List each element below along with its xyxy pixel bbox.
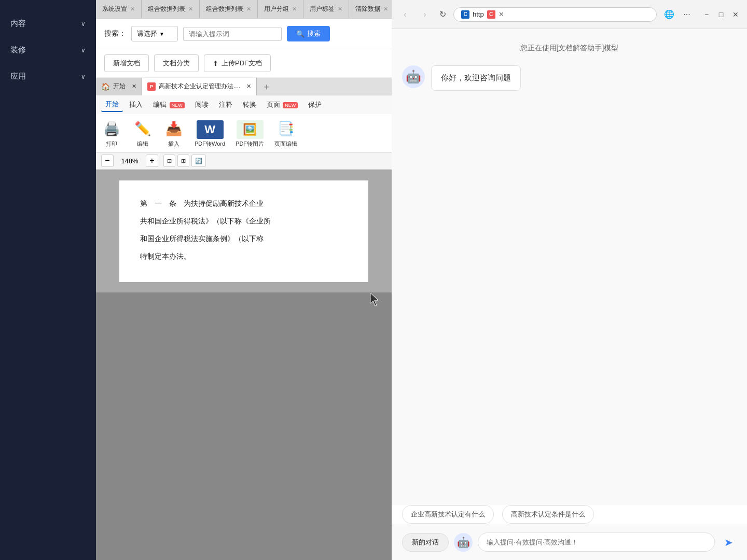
browser-url-text: http [473, 10, 484, 18]
ribbon-insert[interactable]: 📥 插入 [163, 118, 184, 148]
main-tabs-bar: 系统设置 ✕ 组合数据列表 ✕ 组合数据列表 ✕ 用户分组 ✕ 用户标签 ✕ 清… [96, 0, 392, 19]
upload-pdf-button[interactable]: ⬆ 上传PDF文档 [204, 54, 271, 72]
ribbon-pdf-to-word[interactable]: W PDF转Word [195, 120, 225, 148]
tab-close-icon[interactable]: ✕ [338, 6, 342, 12]
rotate-doc-button[interactable]: 🔄 [191, 155, 206, 167]
zoom-value: 148% [117, 157, 143, 165]
pdf-viewer-area: 🏠 开始 ✕ P 高新技术企业认定管理办法.... ✕ ＋ 开始 插入 [96, 78, 392, 560]
tab-clear-data[interactable]: 清除数据 ✕ [349, 0, 392, 19]
ribbon-tab-insert[interactable]: 插入 [125, 98, 147, 111]
chat-input-row: 新的对话 🤖 ➤ [402, 533, 737, 552]
minimize-button[interactable]: − [701, 9, 712, 20]
search-button[interactable]: 🔍 搜索 [287, 26, 330, 41]
chat-input-area: 新的对话 🤖 ➤ [392, 524, 747, 560]
sidebar-item-apps[interactable]: 应用 ∨ [0, 63, 96, 90]
ribbon-tab-convert[interactable]: 转换 [239, 98, 260, 111]
send-button[interactable]: ➤ [720, 534, 737, 551]
print-icon: 🖨️ [101, 118, 122, 139]
pdf-line-1: 共和国企业所得税法》（以下称《企业所 [140, 214, 348, 228]
search-label: 搜索： [104, 29, 126, 38]
suggestion-chip-2[interactable]: 高新技术认定条件是什么 [502, 505, 594, 524]
browser-url-clear-icon[interactable]: ✕ [499, 10, 504, 18]
pdf-line-3: 特制定本办法。 [140, 249, 348, 263]
page-edit-icon: 📑 [275, 118, 296, 139]
tab-close-icon[interactable]: ✕ [130, 6, 135, 12]
zoom-bar: − 148% + ⊡ ⊞ 🔄 [96, 152, 392, 170]
ribbon-edit[interactable]: ✏️ 编辑 [132, 118, 153, 148]
ribbon-print[interactable]: 🖨️ 打印 [101, 118, 122, 148]
tab-user-tags[interactable]: 用户标签 ✕ [303, 0, 349, 19]
chat-header: 您正在使用[文档解答助手]模型 [402, 39, 737, 57]
window-controls: − □ ✕ [701, 9, 741, 20]
chat-message-row: 🤖 你好，欢迎咨询问题 [402, 65, 737, 91]
search-select[interactable]: 请选择 ▼ [131, 26, 178, 41]
browser-back-button[interactable]: ‹ [398, 7, 412, 22]
globe-icon[interactable]: 🌐 [662, 7, 676, 22]
word-icon: W [197, 120, 224, 139]
ribbon-tabs: 开始 插入 编辑 NEW 阅读 注释 转换 [96, 95, 392, 114]
chevron-down-icon: ∨ [81, 20, 86, 27]
tab-close-icon[interactable]: ✕ [383, 6, 388, 12]
zoom-in-button[interactable]: + [146, 155, 158, 167]
insert-icon: 📥 [163, 118, 184, 139]
search-input[interactable] [183, 27, 282, 41]
chevron-down-icon: ▼ [159, 31, 164, 37]
browser-url-bar[interactable]: C http C ✕ [453, 7, 657, 22]
fit-width-button[interactable]: ⊞ [177, 155, 189, 167]
search-icon: 🔍 [296, 30, 305, 38]
right-panel: ‹ › ↻ C http C ✕ 🌐 ··· − □ ✕ 您正在使用[文档解答助… [392, 0, 747, 560]
new-chat-button[interactable]: 新的对话 [402, 533, 449, 552]
browser-extra-buttons: 🌐 ··· [662, 7, 694, 22]
tab-close-icon[interactable]: ✕ [246, 6, 251, 12]
bot-avatar: 🤖 [402, 65, 425, 88]
ribbon-tab-protect[interactable]: 保护 [304, 98, 326, 111]
tab-system-settings[interactable]: 系统设置 ✕ [96, 0, 142, 19]
ribbon-tab-edit[interactable]: 编辑 NEW [149, 98, 189, 111]
tab-combo-data-1[interactable]: 组合数据列表 ✕ [142, 0, 200, 19]
tab-close-icon[interactable]: ✕ [132, 83, 136, 90]
tab-close-icon[interactable]: ✕ [292, 6, 297, 12]
ribbon-icon-row: 🖨️ 打印 ✏️ 编辑 📥 插入 W PDF转Word 🖼️ PDF转 [96, 114, 392, 152]
pdf-toolbar: 🏠 开始 ✕ P 高新技术企业认定管理办法.... ✕ ＋ 开始 插入 [96, 78, 392, 170]
new-badge: NEW [283, 102, 298, 108]
more-options-icon[interactable]: ··· [680, 7, 694, 22]
bot-message-bubble: 你好，欢迎咨询问题 [431, 65, 521, 91]
search-row: 搜索： 请选择 ▼ 🔍 搜索 [96, 19, 392, 49]
tab-user-groups[interactable]: 用户分组 ✕ [258, 0, 303, 19]
suggestion-chips: 企业高新技术认定有什么 高新技术认定条件是什么 [392, 505, 747, 524]
main-panel: 系统设置 ✕ 组合数据列表 ✕ 组合数据列表 ✕ 用户分组 ✕ 用户标签 ✕ 清… [96, 0, 392, 560]
pdf-icon: P [147, 82, 156, 91]
tab-close-icon[interactable]: ✕ [188, 6, 193, 12]
doc-classify-button[interactable]: 文档分类 [154, 54, 199, 72]
new-badge: NEW [170, 102, 185, 108]
ribbon-tab-page[interactable]: 页面 NEW [262, 98, 302, 111]
new-doc-button[interactable]: 新增文档 [104, 54, 149, 72]
browser-forward-button[interactable]: › [418, 7, 432, 22]
sidebar-item-decoration[interactable]: 装修 ∨ [0, 37, 96, 63]
ribbon-tab-read[interactable]: 阅读 [191, 98, 213, 111]
ribbon-tab-start[interactable]: 开始 [101, 97, 123, 112]
maximize-button[interactable]: □ [716, 9, 726, 20]
add-tab-button[interactable]: ＋ [257, 80, 276, 93]
ribbon-page-edit[interactable]: 📑 页面编辑 [274, 118, 297, 148]
tab-close-icon[interactable]: ✕ [246, 83, 251, 90]
browser-chrome: ‹ › ↻ C http C ✕ 🌐 ··· − □ ✕ [392, 0, 747, 29]
close-button[interactable]: ✕ [730, 9, 741, 20]
upload-icon: ⬆ [213, 60, 218, 67]
ribbon-pdf-to-image[interactable]: 🖼️ PDF转图片 [236, 120, 264, 148]
chat-input[interactable] [478, 533, 715, 552]
browser-reload-button[interactable]: ↻ [437, 7, 448, 21]
ribbon-tab-annotate[interactable]: 注释 [215, 98, 237, 111]
chat-area: 您正在使用[文档解答助手]模型 🤖 你好，欢迎咨询问题 [392, 29, 747, 505]
sidebar-item-content[interactable]: 内容 ∨ [0, 10, 96, 37]
fit-page-button[interactable]: ⊡ [163, 155, 175, 167]
pdf-tab-start[interactable]: 🏠 开始 ✕ [96, 78, 142, 95]
pdf-tab-document[interactable]: P 高新技术企业认定管理办法.... ✕ [142, 78, 257, 95]
zoom-out-button[interactable]: − [101, 155, 114, 167]
tab-combo-data-2[interactable]: 组合数据列表 ✕ [200, 0, 258, 19]
chevron-down-icon: ∨ [81, 73, 86, 80]
pdf-content[interactable]: 第 一 条 为扶持促励高新技术企业 共和国企业所得税法》（以下称《企业所 和国企… [96, 170, 392, 292]
suggestion-chip-1[interactable]: 企业高新技术认定有什么 [402, 505, 494, 524]
browser-favicon: C [461, 10, 469, 19]
article-1-text: 第 一 条 为扶持促励高新技术企业 [140, 196, 348, 211]
